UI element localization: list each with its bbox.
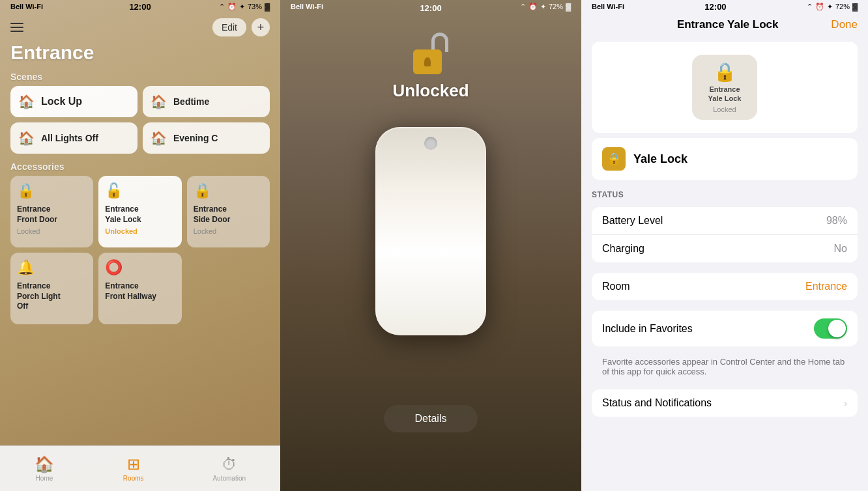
- side-door-icon: 🔒: [194, 182, 263, 199]
- yale-lock-icon: 🔓: [105, 182, 175, 199]
- room-section: Room Entrance: [592, 273, 858, 300]
- favorites-section: Include in Favorites: [592, 311, 858, 346]
- carrier-label: Bell Wi-Fi: [10, 3, 43, 10]
- device-preview-status: Locked: [713, 105, 736, 113]
- bottom-nav: 🏠 Home ⊞ Rooms ⏱ Automation: [0, 445, 280, 491]
- front-door-label: EntranceFront Door: [17, 204, 87, 225]
- scene-evening-label: Evening C: [173, 133, 218, 143]
- accessory-porch-light[interactable]: 🔔 EntrancePorch LightOff: [10, 253, 93, 324]
- toggle-thumb: [828, 320, 846, 337]
- settings-battery-icon: ▓: [852, 3, 858, 10]
- settings-bluetooth-icon: ✦: [827, 3, 833, 11]
- front-hallway-label: EntranceFront Hallway: [105, 281, 175, 302]
- battery-icon: ▓: [265, 3, 270, 10]
- front-door-status: Locked: [17, 227, 87, 235]
- charging-value: No: [834, 243, 847, 255]
- settings-nav-header: Entrance Yale Lock Done: [581, 13, 868, 36]
- rooms-nav-icon: ⊞: [127, 455, 140, 473]
- scene-lock-up[interactable]: 🏠 Lock Up: [10, 86, 137, 117]
- scene-bedtime[interactable]: 🏠 Bedtime: [143, 86, 270, 117]
- accessory-side-door[interactable]: 🔒 EntranceSide Door Locked: [187, 176, 270, 247]
- lock-carrier: Bell Wi-Fi: [291, 3, 323, 10]
- details-button[interactable]: Details: [384, 405, 478, 432]
- lock-status-label: Unlocked: [392, 81, 469, 101]
- scene-home-icon: 🏠: [18, 94, 35, 109]
- porch-light-icon: 🔔: [17, 259, 87, 276]
- favorites-note: Favorite accessories appear in Control C…: [592, 352, 858, 384]
- menu-button[interactable]: [10, 23, 23, 32]
- scene-lights-icon: 🏠: [18, 130, 35, 146]
- alarm-icon: ⏰: [227, 3, 237, 11]
- settings-time: 12:00: [704, 2, 726, 12]
- room-row[interactable]: Room Entrance: [592, 273, 858, 300]
- automation-nav-icon: ⏱: [222, 455, 237, 473]
- favorites-toggle[interactable]: [814, 318, 847, 339]
- scenes-grid: 🏠 Lock Up 🏠 Bedtime 🏠 All Lights Off 🏠 E…: [0, 86, 280, 159]
- battery-level-value: 98%: [826, 215, 847, 227]
- nav-rooms[interactable]: ⊞ Rooms: [110, 451, 157, 486]
- yale-lock-status: Unlocked: [105, 227, 175, 235]
- panel-settings: Bell Wi-Fi 12:00 ⌃ ⏰ ✦ 72% ▓ Entrance Ya…: [581, 0, 868, 491]
- front-hallway-icon: ⭕: [105, 259, 175, 276]
- page-title: Entrance: [0, 39, 280, 69]
- nav-automation[interactable]: ⏱ Automation: [199, 451, 259, 486]
- lock-battery-label: 72%: [549, 3, 563, 10]
- lock-bluetooth-icon: ✦: [540, 3, 546, 11]
- scene-bedtime-label: Bedtime: [173, 96, 209, 107]
- automation-nav-label: Automation: [212, 475, 246, 482]
- room-label: Room: [602, 281, 630, 292]
- settings-status-icons: ⌃ ⏰ ✦ 72% ▓: [807, 3, 858, 11]
- side-door-label: EntranceSide Door: [194, 204, 263, 225]
- room-value: Entrance: [805, 281, 847, 292]
- header-actions: Edit +: [212, 18, 270, 36]
- notifications-section: Status and Notifications ›: [592, 389, 858, 417]
- status-section: Battery Level 98% Charging No: [592, 207, 858, 262]
- chevron-right-icon: ›: [844, 398, 847, 408]
- lock-status-icons: ⌃ ⏰ ✦ 72% ▓: [520, 3, 571, 11]
- front-door-icon: 🔒: [17, 182, 87, 199]
- time-label: 12:00: [129, 2, 151, 12]
- device-preview-icon: 🔒: [714, 61, 736, 83]
- lock-status-bar: Bell Wi-Fi 12:00 ⌃ ⏰ ✦ 72% ▓: [280, 0, 581, 13]
- nav-home[interactable]: 🏠 Home: [22, 451, 67, 486]
- accessories-section-label: Accessories: [0, 159, 280, 176]
- lock-alarm-icon: ⏰: [528, 3, 538, 11]
- home-nav-icon: 🏠: [35, 455, 54, 473]
- settings-status-bar: Bell Wi-Fi 12:00 ⌃ ⏰ ✦ 72% ▓: [581, 0, 868, 13]
- battery-label: 73%: [248, 3, 262, 10]
- battery-level-label: Battery Level: [602, 215, 663, 227]
- notifications-label: Status and Notifications: [602, 397, 712, 409]
- bluetooth-icon: ✦: [239, 3, 245, 11]
- scene-lock-up-label: Lock Up: [41, 96, 82, 107]
- battery-level-row: Battery Level 98%: [592, 207, 858, 235]
- device-preview-name: EntranceYale Lock: [708, 85, 742, 102]
- favorites-row: Include in Favorites: [592, 311, 858, 346]
- lock-icon-area: Unlocked: [392, 33, 469, 101]
- scene-evening-icon: 🏠: [151, 130, 167, 146]
- accessory-yale-lock[interactable]: 🔓 EntranceYale Lock Unlocked: [98, 176, 181, 247]
- accessories-grid: 🔒 EntranceFront Door Locked 🔓 EntranceYa…: [0, 176, 280, 324]
- porch-light-label: EntrancePorch LightOff: [17, 281, 87, 312]
- settings-carrier: Bell Wi-Fi: [592, 3, 624, 10]
- notifications-row[interactable]: Status and Notifications ›: [592, 389, 858, 417]
- scene-all-lights-label: All Lights Off: [41, 133, 98, 143]
- done-button[interactable]: Done: [831, 18, 858, 31]
- unlocked-padlock-icon: [413, 33, 448, 74]
- settings-alarm-icon: ⏰: [815, 3, 824, 11]
- panel-home: Bell Wi-Fi 12:00 ⌃ ⏰ ✦ 73% ▓ Edit + Entr…: [0, 0, 280, 491]
- add-button[interactable]: +: [252, 18, 270, 36]
- yale-lock-label: EntranceYale Lock: [105, 204, 175, 225]
- edit-button[interactable]: Edit: [212, 18, 246, 36]
- charging-row: Charging No: [592, 235, 858, 262]
- accessory-front-hallway[interactable]: ⭕ EntranceFront Hallway: [98, 253, 181, 324]
- yale-lock-header-row: 🔒 Yale Lock: [592, 138, 858, 180]
- panel-lock: Bell Wi-Fi 12:00 ⌃ ⏰ ✦ 72% ▓ Unlocked De…: [280, 0, 581, 491]
- settings-battery-label: 72%: [835, 3, 850, 10]
- scene-all-lights-off[interactable]: 🏠 All Lights Off: [10, 122, 137, 154]
- lock-device-body: [375, 127, 486, 335]
- lock-location-icon: ⌃: [520, 3, 526, 11]
- scene-evening[interactable]: 🏠 Evening C: [143, 122, 270, 154]
- accessory-front-door[interactable]: 🔒 EntranceFront Door Locked: [10, 176, 93, 247]
- lock-battery-icon: ▓: [566, 3, 571, 10]
- side-door-status: Locked: [194, 227, 263, 235]
